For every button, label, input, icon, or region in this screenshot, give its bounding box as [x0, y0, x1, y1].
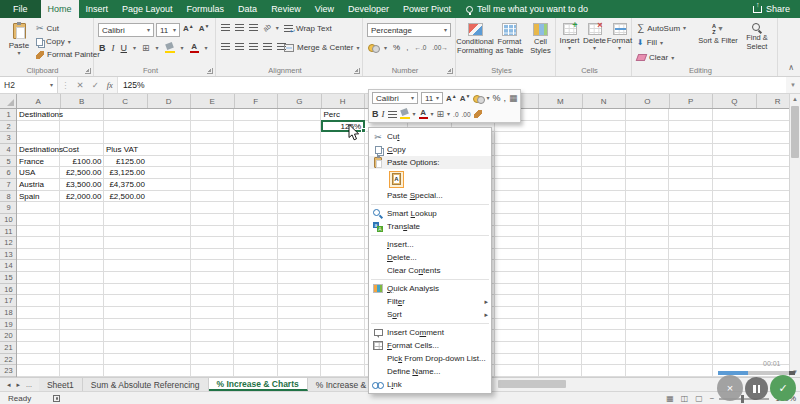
cancel-entry-button[interactable]: ✕: [73, 77, 88, 93]
vertical-scrollbar[interactable]: ▲ ▼: [789, 94, 800, 377]
row-header-8[interactable]: 8: [0, 191, 17, 203]
scroll-up-icon[interactable]: ▲: [790, 96, 800, 102]
fill-button[interactable]: ⬇Fill▾: [637, 38, 663, 47]
row-header-3[interactable]: 3: [0, 132, 17, 144]
row-header-19[interactable]: 19: [0, 319, 17, 331]
cell-A7[interactable]: Austria: [19, 179, 44, 191]
row-header-9[interactable]: 9: [0, 202, 17, 214]
row-header-18[interactable]: 18: [0, 307, 17, 319]
row-header-20[interactable]: 20: [0, 330, 17, 342]
format-cells-ribbon-button[interactable]: Format ▾: [607, 23, 632, 51]
column-header-D[interactable]: D: [148, 94, 192, 109]
format-painter-button[interactable]: Format Painter: [36, 50, 100, 59]
paste-option-values-button[interactable]: [389, 171, 404, 188]
sheet-tab-sheet1[interactable]: Sheet1: [39, 378, 83, 391]
number-dialog-launcher[interactable]: [447, 68, 453, 74]
cell-B6[interactable]: £2,500.00: [61, 167, 102, 179]
menu-item-copy[interactable]: Copy: [369, 143, 491, 156]
mini-percent-button[interactable]: %: [492, 93, 500, 103]
mini-comma-button[interactable]: ,: [504, 93, 507, 103]
menu-item-insert-comment[interactable]: Insert Comment: [369, 326, 491, 339]
ribbon-tab-file[interactable]: File: [0, 0, 41, 18]
column-header-G[interactable]: G: [278, 94, 322, 109]
vertical-scroll-thumb[interactable]: [791, 106, 799, 158]
menu-item-quick-analysis[interactable]: Quick Analysis: [369, 282, 491, 295]
menu-item-pick-from-drop-down-list[interactable]: Pick From Drop-down List...: [369, 352, 491, 365]
increase-decimal-button[interactable]: ←.0: [414, 44, 426, 51]
cell-A6[interactable]: USA: [19, 167, 35, 179]
row-header-5[interactable]: 5: [0, 156, 17, 168]
menu-item-cut[interactable]: Cut: [369, 130, 491, 143]
sheet-tab-increase-charts[interactable]: % Increase & Charts: [209, 378, 308, 391]
format-as-table-button[interactable]: Format as Table: [494, 23, 525, 55]
menu-item-format-cells[interactable]: Format Cells...: [369, 339, 491, 352]
video-confirm-button[interactable]: ✓: [770, 375, 796, 401]
ribbon-tab-insert[interactable]: Insert: [79, 0, 116, 18]
row-header-2[interactable]: 2: [0, 121, 17, 133]
cell-C6[interactable]: £3,125.00: [104, 167, 145, 179]
row-header-15[interactable]: 15: [0, 272, 17, 284]
row-header-14[interactable]: 14: [0, 260, 17, 272]
find-select-button[interactable]: Find & Select: [738, 23, 776, 51]
borders-button[interactable]: ⊞: [142, 44, 150, 53]
row-header-7[interactable]: 7: [0, 179, 17, 191]
ribbon-tab-review[interactable]: Review: [264, 0, 308, 18]
share-button[interactable]: Share: [743, 0, 800, 18]
ribbon-tab-home[interactable]: Home: [41, 0, 79, 18]
row-header-13[interactable]: 13: [0, 249, 17, 261]
accounting-format-button[interactable]: [368, 43, 378, 52]
menu-item-delete[interactable]: Delete...: [369, 251, 491, 264]
decrease-font-size-button[interactable]: A▼: [199, 24, 210, 33]
mini-increase-font-button[interactable]: A▲: [446, 94, 457, 103]
align-center-icon[interactable]: [235, 43, 244, 50]
delete-cells-button[interactable]: Delete ▾: [582, 23, 607, 51]
ribbon-tab-formulas[interactable]: Formulas: [180, 0, 232, 18]
align-middle-icon[interactable]: [235, 24, 244, 31]
increase-font-size-button[interactable]: A▲: [183, 24, 194, 33]
column-header-A[interactable]: A: [17, 94, 61, 109]
mini-decrease-decimal-button[interactable]: .00: [462, 111, 471, 118]
name-box[interactable]: H2▾: [0, 77, 58, 93]
sheet-nav-right-icon[interactable]: ▸: [17, 381, 21, 389]
cell-A8[interactable]: Spain: [19, 191, 39, 203]
decrease-indent-icon[interactable]: [263, 43, 272, 50]
cell-C5[interactable]: £125.00: [104, 156, 145, 168]
paste-button[interactable]: Paste ▾: [6, 23, 32, 56]
formula-bar-expand-icon[interactable]: ▼: [786, 77, 800, 93]
italic-button[interactable]: I: [112, 43, 115, 53]
column-header-H[interactable]: H: [322, 94, 366, 109]
ribbon-tab-page-layout[interactable]: Page Layout: [115, 0, 180, 18]
conditional-formatting-button[interactable]: Conditional Formatting: [457, 23, 493, 55]
cell-C7[interactable]: £4,375.00: [104, 179, 145, 191]
cell-C4[interactable]: Plus VAT: [106, 144, 138, 156]
cell-B8[interactable]: £2,000.00: [61, 191, 102, 203]
video-pause-button[interactable]: [745, 377, 768, 400]
column-header-E[interactable]: E: [191, 94, 235, 109]
font-size-combo[interactable]: 11▾: [156, 23, 180, 37]
column-header-M[interactable]: M: [539, 94, 583, 109]
video-close-button[interactable]: ×: [717, 375, 743, 401]
menu-item-sort[interactable]: Sort▸: [369, 308, 491, 321]
align-left-icon[interactable]: [221, 43, 230, 50]
page-layout-view-icon[interactable]: ◫: [681, 394, 689, 403]
align-top-icon[interactable]: [221, 24, 230, 31]
mini-font-size-combo[interactable]: 11▾: [421, 92, 443, 104]
mini-bold-button[interactable]: B: [372, 109, 379, 119]
mini-font-color-button[interactable]: A: [419, 109, 428, 119]
autosum-button[interactable]: ∑AutoSum▾: [637, 23, 686, 33]
sort-filter-button[interactable]: AZ▼ Sort & Filter: [698, 23, 738, 45]
percent-style-button[interactable]: %: [393, 43, 400, 52]
cut-button[interactable]: ✂Cut: [36, 24, 59, 33]
page-break-view-icon[interactable]: ▢: [695, 394, 703, 403]
column-header-R[interactable]: R: [757, 94, 790, 109]
tell-me-box[interactable]: Tell me what you want to do: [466, 0, 588, 18]
orientation-button[interactable]: ab: [262, 22, 272, 32]
menu-item-paste-special[interactable]: Paste Special...: [369, 189, 491, 202]
underline-button[interactable]: U: [121, 43, 128, 53]
column-header-C[interactable]: C: [104, 94, 148, 109]
merge-center-button[interactable]: Merge & Center ▾: [284, 43, 359, 52]
column-header-P[interactable]: P: [670, 94, 714, 109]
mini-accounting-button[interactable]: [473, 94, 483, 103]
mini-borders-button[interactable]: ⊞: [437, 110, 445, 119]
cell-B5[interactable]: £100.00: [61, 156, 102, 168]
